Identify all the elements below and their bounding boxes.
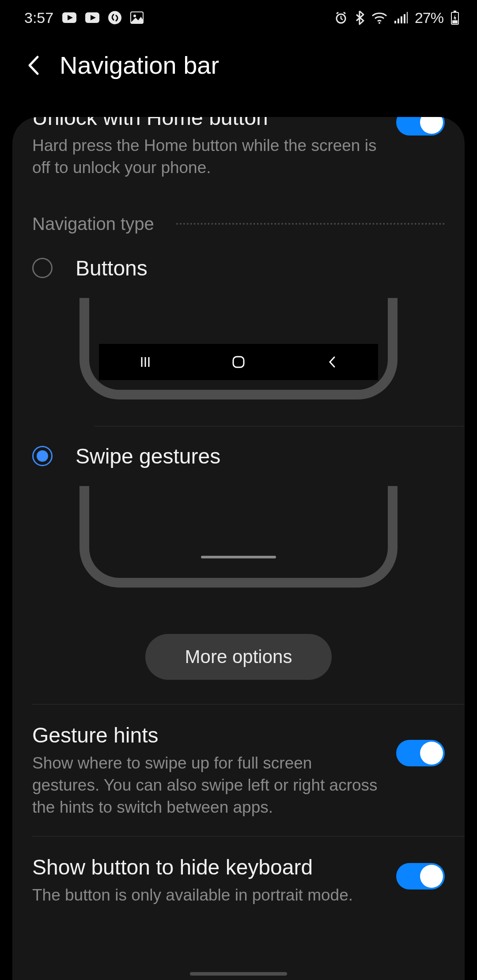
svg-point-4 — [133, 15, 136, 17]
youtube-icon — [85, 12, 99, 23]
dotted-divider — [176, 223, 445, 225]
navigation-type-label: Navigation type — [32, 214, 154, 234]
status-time: 3:57 — [24, 9, 53, 26]
status-bar: 3:57 27% — [0, 0, 477, 35]
app-bar: Navigation bar — [0, 35, 477, 95]
svg-rect-9 — [401, 16, 402, 23]
hide-keyboard-title: Show button to hide keyboard — [32, 854, 383, 881]
svg-rect-8 — [398, 19, 399, 23]
youtube-icon — [62, 12, 76, 23]
recents-icon — [137, 354, 153, 370]
wifi-icon — [371, 11, 387, 24]
back-button[interactable] — [24, 52, 42, 79]
unlock-home-title: Unlock with Home button — [32, 117, 383, 131]
gesture-hints-desc: Show where to swipe up for full screen g… — [32, 752, 383, 818]
radio-buttons[interactable] — [32, 258, 53, 278]
unlock-home-toggle[interactable] — [396, 117, 445, 136]
nav-type-buttons-label: Buttons — [76, 256, 148, 280]
svg-rect-7 — [394, 21, 396, 23]
svg-rect-13 — [454, 11, 456, 12]
svg-rect-11 — [407, 12, 408, 23]
nav-type-swipe-option[interactable]: Swipe gestures — [12, 426, 465, 614]
shazam-icon — [108, 11, 121, 24]
unlock-home-desc: Hard press the Home button while the scr… — [32, 135, 383, 179]
back-nav-icon — [324, 354, 340, 370]
more-options-button[interactable]: More options — [145, 634, 332, 680]
bluetooth-icon — [355, 10, 364, 25]
home-icon — [231, 354, 246, 370]
gesture-bar-icon — [201, 556, 276, 558]
hide-keyboard-row[interactable]: Show button to hide keyboard The button … — [12, 837, 465, 924]
gallery-icon — [130, 11, 144, 24]
gesture-hints-title: Gesture hints — [32, 722, 383, 749]
nav-type-swipe-label: Swipe gestures — [76, 444, 220, 468]
svg-point-2 — [108, 11, 121, 24]
unlock-home-row[interactable]: Unlock with Home button Hard press the H… — [12, 117, 465, 196]
swipe-preview — [80, 486, 398, 588]
alarm-icon — [334, 11, 348, 24]
hide-keyboard-desc: The button is only available in portrait… — [32, 884, 383, 906]
svg-rect-15 — [233, 357, 244, 367]
hide-keyboard-toggle[interactable] — [396, 863, 445, 890]
gesture-hints-toggle[interactable] — [396, 740, 445, 766]
gesture-hints-row[interactable]: Gesture hints Show where to swipe up for… — [12, 705, 465, 836]
navigation-type-header: Navigation type — [12, 196, 465, 247]
svg-point-6 — [379, 22, 380, 24]
home-indicator — [190, 972, 287, 976]
nav-type-buttons-option[interactable]: Buttons — [12, 247, 465, 426]
page-title: Navigation bar — [60, 51, 219, 79]
battery-charging-icon — [450, 11, 459, 25]
buttons-preview — [80, 298, 398, 400]
settings-card: Unlock with Home button Hard press the H… — [12, 117, 465, 980]
signal-icon — [394, 12, 408, 23]
svg-rect-10 — [404, 14, 405, 23]
radio-swipe[interactable] — [32, 446, 53, 466]
battery-percent: 27% — [415, 9, 443, 26]
